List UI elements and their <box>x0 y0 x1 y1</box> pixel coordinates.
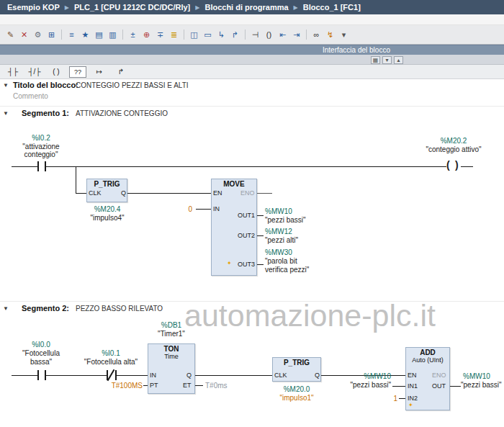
move-out1-address[interactable]: %MW10 <box>265 207 292 215</box>
add-input-star-icon[interactable]: ✦ <box>408 402 413 408</box>
add-pin-in2: IN2 <box>408 395 418 402</box>
show-favorites-icon[interactable]: ★ <box>79 29 91 41</box>
add-output-star-icon[interactable]: ✦ <box>227 260 232 266</box>
move-out2-comment: "pezzi alti" <box>265 236 298 244</box>
interface-collapse-icon[interactable]: ▾ <box>382 56 392 64</box>
gear-icon[interactable]: ⚙ <box>32 29 44 41</box>
toolbar-spacer <box>0 14 504 25</box>
ptrig2-title: P_TRIG <box>273 359 320 367</box>
toolbar-separator <box>306 30 307 40</box>
segment1-title[interactable]: ATTIVAZIONE CONTEGGIO <box>76 109 168 117</box>
contact-i00-address[interactable]: %I0.0 <box>9 341 73 349</box>
add-subtitle: Auto (UInt) <box>406 356 449 364</box>
open-branch-icon[interactable]: ↦ <box>91 66 108 78</box>
add-in1-address[interactable]: %MW10 <box>328 372 391 380</box>
divider <box>0 106 504 107</box>
wire <box>257 235 264 236</box>
insert-network-icon[interactable]: ⊞ <box>45 29 58 41</box>
contact-i02[interactable] <box>37 161 39 171</box>
segment1-label[interactable]: Segmento 1: <box>22 109 69 117</box>
ton-pt-value[interactable]: T#100MS <box>85 382 143 390</box>
wire <box>76 166 76 193</box>
insert-empty-box-icon[interactable]: ▭ <box>202 29 214 41</box>
ton-et-value[interactable]: T#0ms <box>205 382 228 390</box>
goto-prev-icon[interactable]: ⇤ <box>276 29 289 41</box>
contact-i02-address[interactable]: %I0.2 <box>9 134 73 142</box>
ptrig-operand-comment: "impulso4" <box>79 214 135 222</box>
fbd-lad-toggle-icon[interactable]: ◫ <box>188 29 200 41</box>
segment2-title[interactable]: PEZZO BASSO RILEVATO <box>76 305 163 313</box>
expand-networks-icon[interactable]: ± <box>127 29 139 41</box>
move-pin-out1: OUT1 <box>238 212 255 219</box>
wire <box>257 193 272 194</box>
divider <box>0 301 504 302</box>
segment2-label[interactable]: Segmento 2: <box>22 304 69 313</box>
wire <box>399 398 405 399</box>
move-out3-address[interactable]: %MW30 <box>265 248 292 256</box>
breadcrumb-project[interactable]: Esempio KOP <box>7 3 60 12</box>
close-branch-icon[interactable]: ↱ <box>112 66 130 78</box>
add-pin-en: EN <box>408 372 417 379</box>
goto-next-icon[interactable]: ⇥ <box>290 29 302 41</box>
insert-contact-icon[interactable]: ⊣ <box>249 29 261 41</box>
wire <box>12 375 38 376</box>
close-branch-icon[interactable]: ↱ <box>229 29 241 41</box>
edit-network-icon[interactable]: ✎ <box>4 29 17 41</box>
block-comment[interactable]: Commento <box>13 92 48 100</box>
flash-icon[interactable]: ↯ <box>324 29 336 41</box>
more-options-icon[interactable]: ▾ <box>338 29 350 41</box>
open-branch-icon[interactable]: ↳ <box>215 29 228 41</box>
ton-pin-q: Q <box>186 372 192 379</box>
add-out-address[interactable]: %MW10 <box>463 372 490 380</box>
coil-m202[interactable]: ) <box>455 159 459 171</box>
ton-subtitle: Time <box>148 353 194 360</box>
interface-expand-icon[interactable]: ▴ <box>394 56 403 64</box>
collapse-segment1-icon[interactable]: ▼ <box>3 110 9 117</box>
delete-network-icon[interactable]: ✕ <box>18 29 30 41</box>
contact-i01-address[interactable]: %I0.1 <box>75 349 147 357</box>
collapse-segment2-icon[interactable]: ▼ <box>3 305 9 312</box>
collapse-networks-icon[interactable]: ∓ <box>154 29 166 41</box>
nc-contact-icon[interactable]: ┤/├ <box>26 66 43 78</box>
coil-m202-address[interactable]: %M20.2 <box>418 137 490 145</box>
contact-i02-comment: "attivazione <box>9 143 73 150</box>
wire <box>46 375 107 376</box>
empty-box-icon[interactable]: ?? <box>69 66 86 78</box>
monitoring-glasses-icon[interactable]: ∞ <box>310 29 323 41</box>
ton-pin-et: ET <box>183 382 192 389</box>
watermark: automazione-plc.it <box>184 298 436 333</box>
highlight-operands-icon[interactable]: ≣ <box>168 29 180 41</box>
contact-i00[interactable] <box>37 370 39 380</box>
coil-icon[interactable]: ( ) <box>48 66 65 78</box>
move-in-value[interactable]: 0 <box>174 205 192 213</box>
favorites-bar: ┤├ ┤/├ ( ) ?? ↦ ↱ <box>0 65 504 79</box>
add-title: ADD <box>406 349 449 356</box>
wire <box>257 215 264 216</box>
add-in2-value[interactable]: 1 <box>377 395 397 403</box>
breadcrumb-plc[interactable]: PLC_1 [CPU 1212C DC/DC/Rly] <box>74 3 190 12</box>
wire <box>12 166 38 167</box>
breadcrumb-block[interactable]: Blocco_1 [FC1] <box>303 3 361 12</box>
coil-m202[interactable]: ( <box>446 159 450 171</box>
collapse-title-icon[interactable]: ▼ <box>3 82 9 89</box>
show-addresses-icon[interactable]: ▥ <box>107 29 119 41</box>
ptrig-operand-address[interactable]: %M20.4 <box>79 205 135 213</box>
ton-db-address[interactable]: %DB1 <box>144 321 199 329</box>
toolbar-separator <box>61 30 62 40</box>
absolute-symbolic-icon[interactable]: ⊕ <box>140 29 153 41</box>
no-contact-icon[interactable]: ┤├ <box>4 66 22 78</box>
show-comments-icon[interactable]: ≡ <box>66 29 78 41</box>
breadcrumb-program-blocks[interactable]: Blocchi di programma <box>204 3 288 12</box>
ptrig2-operand-address[interactable]: %M20.0 <box>268 385 325 393</box>
block-interface-bar[interactable]: Interfaccia del blocco <box>0 45 504 55</box>
interface-grid-icon[interactable]: ▦ <box>371 56 380 64</box>
show-operands-icon[interactable]: ▤ <box>93 29 105 41</box>
move-title: MOVE <box>212 180 256 188</box>
ptrig-pin-q: Q <box>121 189 126 197</box>
toolbar-separator <box>245 30 246 40</box>
wire <box>76 193 86 194</box>
block-title-value[interactable]: CONTEGGIO PEZZI BASSI E ALTI <box>76 81 189 89</box>
block-interface-label: Interfaccia del blocco <box>323 45 390 55</box>
insert-coil-icon[interactable]: () <box>263 29 275 41</box>
move-out2-address[interactable]: %MW12 <box>265 228 292 235</box>
